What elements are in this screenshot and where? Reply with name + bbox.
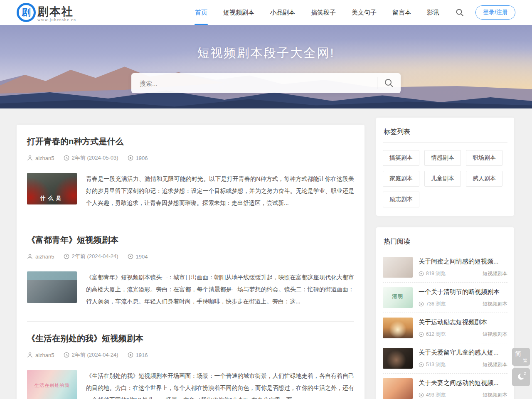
- article-views: 1916: [128, 352, 148, 358]
- tag-emotion[interactable]: 情感剧本: [424, 150, 461, 166]
- hero-search-button[interactable]: [377, 73, 401, 93]
- article-title-link[interactable]: 《生活在别处的我》短视频剧本: [27, 333, 354, 344]
- hot-read-thumbnail: [383, 378, 413, 399]
- article-item: 《富都青年》短视频剧本 aizhan5 2年前 (2024-04-24): [27, 223, 354, 322]
- nav-item-home[interactable]: 首页: [187, 0, 215, 25]
- views-icon: [128, 352, 133, 358]
- hot-read-thumbnail: [383, 318, 413, 338]
- thumbnail-caption: 什么是: [27, 195, 77, 202]
- article-thumbnail[interactable]: 生活在别处的我: [27, 370, 77, 399]
- dark-mode-toggle-button[interactable]: z: [512, 368, 530, 386]
- hot-reads-title: 热门阅读: [383, 235, 507, 252]
- article-thumbnail[interactable]: 什么是: [27, 173, 77, 204]
- hot-read-title: 关于闺蜜之间情感的短视频...: [419, 258, 507, 266]
- article-date: 2年前 (2024-05-03): [64, 154, 118, 162]
- user-icon: [27, 155, 33, 161]
- views-icon: [128, 155, 133, 161]
- article-item: 《生活在别处的我》短视频剧本 aizhan5 2年前 (2024-04-24): [27, 322, 354, 399]
- tags-panel: 标签列表 搞笑剧本 情感剧本 职场剧本 家庭剧本 儿童剧本 感人剧本 励志剧本: [376, 118, 514, 216]
- hot-read-views: 819 浏览: [419, 270, 446, 277]
- views-icon: [419, 332, 424, 337]
- article-thumbnail[interactable]: [27, 271, 77, 303]
- hot-read-title: 关于运动励志短视频剧本: [419, 318, 507, 326]
- article-views: 1906: [128, 155, 148, 161]
- search-icon: [384, 78, 394, 88]
- nav-item-beautiful-sentences[interactable]: 美文句子: [344, 0, 384, 25]
- site-domain: www.jubenshe.cn: [37, 18, 76, 22]
- article-excerpt: 青春是一段充满活力、激情和无限可能的时光。以下是打开青春的N种方式，每种方式都能…: [86, 173, 354, 209]
- clock-icon: [64, 254, 69, 259]
- nav-item-sketch-scripts[interactable]: 小品剧本: [262, 0, 303, 25]
- article-item: 打开青春的n种方式是什么 aizhan5 2年前 (2024-05-03): [27, 125, 354, 223]
- views-icon: [419, 392, 424, 398]
- article-title-link[interactable]: 打开青春的n种方式是什么: [27, 136, 354, 147]
- hot-read-item[interactable]: 关于运动励志短视频剧本 612 浏览 短视频剧本: [383, 313, 507, 343]
- article-excerpt: 《生活在别处的我》短视频剧本开场画面：场景：一个普通的城市街景，人们忙碌地走着，…: [86, 370, 354, 399]
- article-views: 1904: [128, 254, 148, 260]
- hot-read-title: 一个关于清明节的断视频剧本: [419, 288, 507, 296]
- floating-toolbar: 简 繁 z: [512, 348, 530, 389]
- hot-read-title: 关于夫妻之间感动的短视频...: [419, 379, 507, 387]
- thumbnail-caption: 生活在别处的我: [27, 382, 77, 389]
- hot-read-thumbnail: [383, 257, 413, 278]
- logo-mark-icon: 剧: [17, 3, 36, 22]
- article-excerpt: 《富都青年》短视频剧本镜头一：城市日出画面：朝阳从地平线缓缓升起，映照在富都这座…: [86, 271, 354, 308]
- hero-search-bar: [131, 73, 401, 93]
- lang-simplified-label: 简: [515, 350, 521, 358]
- views-icon: [128, 254, 133, 259]
- hot-read-item[interactable]: 清明 一个关于清明节的断视频剧本 736 浏览 短视频剧本: [383, 283, 507, 313]
- site-title: 剧本社: [37, 6, 76, 17]
- navbar-search-button[interactable]: [453, 6, 466, 19]
- sleep-z-label: z: [524, 371, 527, 376]
- hero-slogan: 短视频剧本段子大全网!: [0, 45, 532, 62]
- nav-item-movie-news[interactable]: 影讯: [419, 0, 447, 25]
- main-nav: 首页 短视频剧本 小品剧本 搞笑段子 美文句子 留言本 影讯: [187, 0, 447, 25]
- hot-read-views: 736 浏览: [419, 300, 446, 308]
- lang-traditional-label: 繁: [523, 357, 527, 364]
- hot-read-category[interactable]: 短视频剧本: [483, 361, 507, 368]
- views-icon: [419, 362, 424, 367]
- hot-read-item[interactable]: 关于关爱留守儿童的感人短... 513 浏览 短视频剧本: [383, 343, 507, 374]
- search-icon: [456, 8, 464, 17]
- hot-read-thumbnail: [383, 348, 413, 369]
- tag-touching[interactable]: 感人剧本: [466, 171, 502, 187]
- tag-inspirational[interactable]: 励志剧本: [383, 192, 419, 207]
- thumbnail-caption: 清明: [383, 293, 413, 300]
- hot-reads-panel: 热门阅读 关于闺蜜之间情感的短视频... 819 浏览 短视频剧本: [376, 227, 514, 399]
- nav-item-short-video-scripts[interactable]: 短视频剧本: [215, 0, 262, 25]
- hot-read-views: 612 浏览: [419, 331, 446, 338]
- views-icon: [419, 271, 424, 276]
- hero-banner: 短视频剧本段子大全网!: [0, 25, 532, 108]
- hero-search-input[interactable]: [131, 80, 377, 87]
- hot-read-item[interactable]: 关于闺蜜之间情感的短视频... 819 浏览 短视频剧本: [383, 252, 507, 283]
- hot-read-item[interactable]: 关于夫妻之间感动的短视频... 493 浏览 短视频剧本: [383, 374, 507, 399]
- tag-children[interactable]: 儿童剧本: [424, 171, 461, 187]
- article-author: aizhan5: [27, 155, 54, 161]
- clock-icon: [64, 352, 69, 358]
- hot-read-views: 493 浏览: [419, 392, 446, 399]
- tags-panel-title: 标签列表: [383, 125, 507, 143]
- article-date: 2年前 (2024-04-24): [64, 253, 118, 260]
- tag-family[interactable]: 家庭剧本: [383, 171, 419, 187]
- top-navbar: 剧 剧本社 www.jubenshe.cn 首页 短视频剧本 小品剧本 搞笑段子…: [0, 0, 532, 25]
- views-icon: [419, 301, 424, 307]
- nav-item-funny-jokes[interactable]: 搞笑段子: [303, 0, 344, 25]
- nav-item-guestbook[interactable]: 留言本: [384, 0, 419, 25]
- tag-funny[interactable]: 搞笑剧本: [383, 150, 419, 166]
- hot-read-category[interactable]: 短视频剧本: [483, 270, 507, 277]
- user-icon: [27, 352, 33, 358]
- sidebar: 标签列表 搞笑剧本 情感剧本 职场剧本 家庭剧本 儿童剧本 感人剧本 励志剧本 …: [376, 118, 514, 399]
- clock-icon: [64, 155, 69, 161]
- hot-read-category[interactable]: 短视频剧本: [483, 392, 507, 399]
- hot-read-thumbnail: 清明: [383, 287, 413, 308]
- hot-read-category[interactable]: 短视频剧本: [483, 300, 507, 308]
- article-author: aizhan5: [27, 254, 54, 260]
- site-logo[interactable]: 剧 剧本社 www.jubenshe.cn: [17, 3, 76, 22]
- article-author: aizhan5: [27, 352, 54, 358]
- tag-workplace[interactable]: 职场剧本: [466, 150, 502, 166]
- hot-read-title: 关于关爱留守儿童的感人短...: [419, 349, 507, 357]
- hot-read-category[interactable]: 短视频剧本: [483, 331, 507, 338]
- simplified-traditional-toggle-button[interactable]: 简 繁: [512, 348, 530, 366]
- article-title-link[interactable]: 《富都青年》短视频剧本: [27, 234, 354, 246]
- login-register-button[interactable]: 登录/注册: [475, 5, 515, 20]
